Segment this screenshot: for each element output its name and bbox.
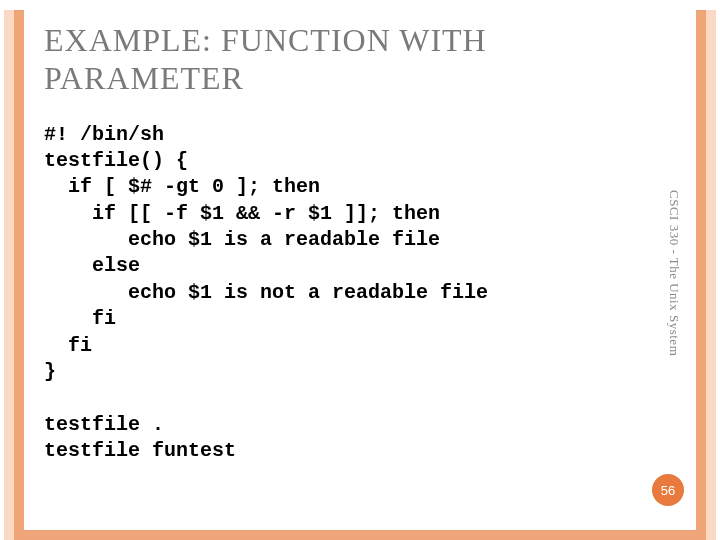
slide-content: EXAMPLE: FUNCTION WITH PARAMETER #! /bin… <box>44 22 640 465</box>
page-number-badge: 56 <box>652 474 684 506</box>
course-label: CSCI 330 - The Unix System <box>666 190 682 356</box>
code-block: #! /bin/sh testfile() { if [ $# -gt 0 ];… <box>44 122 640 465</box>
frame-top-mask <box>0 0 720 10</box>
slide: EXAMPLE: FUNCTION WITH PARAMETER #! /bin… <box>0 0 720 540</box>
slide-title: EXAMPLE: FUNCTION WITH PARAMETER <box>44 22 640 98</box>
page-number: 56 <box>661 483 675 498</box>
